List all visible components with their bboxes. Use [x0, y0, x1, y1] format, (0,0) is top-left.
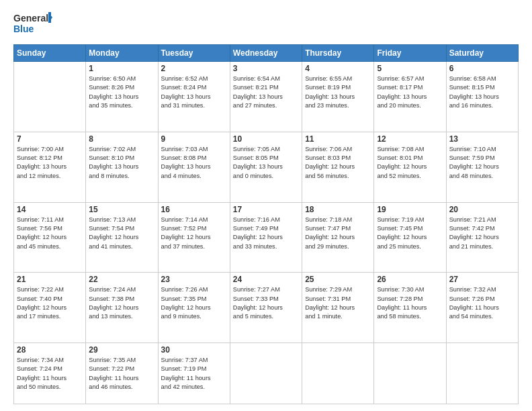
day-number: 2	[161, 64, 227, 73]
day-number: 12	[377, 134, 443, 144]
day-info: Sunrise: 7:03 AM Sunset: 8:08 PM Dayligh…	[161, 145, 227, 181]
calendar-cell: 15Sunrise: 7:13 AM Sunset: 7:54 PM Dayli…	[86, 202, 158, 273]
day-info: Sunrise: 7:27 AM Sunset: 7:33 PM Dayligh…	[233, 285, 299, 321]
day-number: 6	[449, 64, 515, 73]
svg-rect-3	[48, 12, 51, 23]
calendar-cell: 19Sunrise: 7:19 AM Sunset: 7:45 PM Dayli…	[374, 202, 446, 273]
calendar-cell: 29Sunrise: 7:35 AM Sunset: 7:22 PM Dayli…	[86, 343, 158, 404]
day-info: Sunrise: 7:30 AM Sunset: 7:28 PM Dayligh…	[377, 285, 443, 321]
day-info: Sunrise: 7:16 AM Sunset: 7:49 PM Dayligh…	[233, 216, 299, 251]
header: General Blue	[13, 11, 519, 39]
day-info: Sunrise: 6:54 AM Sunset: 8:21 PM Dayligh…	[233, 75, 299, 110]
day-info: Sunrise: 7:14 AM Sunset: 7:52 PM Dayligh…	[161, 216, 227, 251]
calendar-cell: 4Sunrise: 6:55 AM Sunset: 8:19 PM Daylig…	[302, 62, 374, 132]
day-number: 23	[161, 275, 227, 284]
day-info: Sunrise: 7:02 AM Sunset: 8:10 PM Dayligh…	[89, 145, 154, 181]
calendar-cell: 9Sunrise: 7:03 AM Sunset: 8:08 PM Daylig…	[158, 132, 230, 202]
day-number: 9	[161, 134, 227, 144]
calendar-cell: 11Sunrise: 7:06 AM Sunset: 8:03 PM Dayli…	[302, 132, 374, 202]
day-info: Sunrise: 7:18 AM Sunset: 7:47 PM Dayligh…	[305, 216, 371, 251]
day-info: Sunrise: 7:32 AM Sunset: 7:26 PM Dayligh…	[449, 285, 515, 321]
day-info: Sunrise: 7:21 AM Sunset: 7:42 PM Dayligh…	[449, 216, 515, 251]
day-number: 30	[161, 345, 227, 355]
calendar-cell	[14, 62, 86, 132]
logo-svg: General Blue	[13, 11, 54, 39]
day-number: 1	[89, 64, 154, 73]
day-info: Sunrise: 7:00 AM Sunset: 8:12 PM Dayligh…	[17, 145, 83, 181]
day-number: 22	[89, 275, 154, 284]
day-info: Sunrise: 7:34 AM Sunset: 7:24 PM Dayligh…	[17, 356, 83, 392]
day-info: Sunrise: 7:24 AM Sunset: 7:38 PM Dayligh…	[89, 285, 154, 321]
day-info: Sunrise: 7:11 AM Sunset: 7:56 PM Dayligh…	[17, 216, 83, 251]
day-number: 10	[233, 134, 299, 144]
calendar-cell	[230, 343, 302, 404]
calendar-cell: 24Sunrise: 7:27 AM Sunset: 7:33 PM Dayli…	[230, 273, 302, 343]
day-number: 28	[17, 345, 83, 355]
day-number: 18	[305, 205, 371, 214]
logo: General Blue	[13, 11, 54, 39]
day-number: 5	[377, 64, 443, 73]
day-of-week-header: Sunday	[14, 45, 86, 62]
calendar-cell	[446, 343, 518, 404]
calendar-cell: 20Sunrise: 7:21 AM Sunset: 7:42 PM Dayli…	[446, 202, 518, 273]
day-number: 15	[89, 205, 154, 214]
day-number: 27	[449, 275, 515, 284]
calendar-cell: 8Sunrise: 7:02 AM Sunset: 8:10 PM Daylig…	[86, 132, 158, 202]
calendar-cell: 13Sunrise: 7:10 AM Sunset: 7:59 PM Dayli…	[446, 132, 518, 202]
calendar-cell: 16Sunrise: 7:14 AM Sunset: 7:52 PM Dayli…	[158, 202, 230, 273]
day-of-week-header: Monday	[86, 45, 158, 62]
calendar-cell: 17Sunrise: 7:16 AM Sunset: 7:49 PM Dayli…	[230, 202, 302, 273]
day-info: Sunrise: 7:37 AM Sunset: 7:19 PM Dayligh…	[161, 356, 227, 392]
calendar-cell: 26Sunrise: 7:30 AM Sunset: 7:28 PM Dayli…	[374, 273, 446, 343]
calendar-header-row: SundayMondayTuesdayWednesdayThursdayFrid…	[14, 45, 519, 62]
day-of-week-header: Friday	[374, 45, 446, 62]
day-of-week-header: Tuesday	[158, 45, 230, 62]
svg-text:General: General	[13, 13, 48, 24]
day-info: Sunrise: 7:06 AM Sunset: 8:03 PM Dayligh…	[305, 145, 371, 181]
calendar-cell: 21Sunrise: 7:22 AM Sunset: 7:40 PM Dayli…	[14, 273, 86, 343]
day-info: Sunrise: 7:35 AM Sunset: 7:22 PM Dayligh…	[89, 356, 154, 392]
day-of-week-header: Wednesday	[230, 45, 302, 62]
day-number: 25	[305, 275, 371, 284]
calendar-cell: 6Sunrise: 6:58 AM Sunset: 8:15 PM Daylig…	[446, 62, 518, 132]
calendar-cell: 10Sunrise: 7:05 AM Sunset: 8:05 PM Dayli…	[230, 132, 302, 202]
calendar-cell: 12Sunrise: 7:08 AM Sunset: 8:01 PM Dayli…	[374, 132, 446, 202]
day-info: Sunrise: 7:10 AM Sunset: 7:59 PM Dayligh…	[449, 145, 515, 181]
calendar-cell: 2Sunrise: 6:52 AM Sunset: 8:24 PM Daylig…	[158, 62, 230, 132]
day-of-week-header: Saturday	[446, 45, 518, 62]
day-number: 13	[449, 134, 515, 144]
calendar-cell: 27Sunrise: 7:32 AM Sunset: 7:26 PM Dayli…	[446, 273, 518, 343]
day-number: 14	[17, 205, 83, 214]
day-info: Sunrise: 7:08 AM Sunset: 8:01 PM Dayligh…	[377, 145, 443, 181]
day-number: 17	[233, 205, 299, 214]
day-number: 8	[89, 134, 154, 144]
calendar-cell: 14Sunrise: 7:11 AM Sunset: 7:56 PM Dayli…	[14, 202, 86, 273]
day-info: Sunrise: 6:57 AM Sunset: 8:17 PM Dayligh…	[377, 75, 443, 110]
day-number: 11	[305, 134, 371, 144]
day-info: Sunrise: 6:58 AM Sunset: 8:15 PM Dayligh…	[449, 75, 515, 110]
calendar-cell: 22Sunrise: 7:24 AM Sunset: 7:38 PM Dayli…	[86, 273, 158, 343]
day-number: 4	[305, 64, 371, 73]
day-info: Sunrise: 6:52 AM Sunset: 8:24 PM Dayligh…	[161, 75, 227, 110]
calendar-cell	[302, 343, 374, 404]
day-info: Sunrise: 7:19 AM Sunset: 7:45 PM Dayligh…	[377, 216, 443, 251]
svg-text:Blue: Blue	[13, 24, 34, 34]
day-of-week-header: Thursday	[302, 45, 374, 62]
day-number: 29	[89, 345, 154, 355]
day-number: 16	[161, 205, 227, 214]
day-number: 19	[377, 205, 443, 214]
calendar-cell: 30Sunrise: 7:37 AM Sunset: 7:19 PM Dayli…	[158, 343, 230, 404]
day-info: Sunrise: 7:29 AM Sunset: 7:31 PM Dayligh…	[305, 285, 371, 321]
day-number: 20	[449, 205, 515, 214]
calendar-cell: 3Sunrise: 6:54 AM Sunset: 8:21 PM Daylig…	[230, 62, 302, 132]
day-number: 3	[233, 64, 299, 73]
calendar-cell: 7Sunrise: 7:00 AM Sunset: 8:12 PM Daylig…	[14, 132, 86, 202]
day-number: 26	[377, 275, 443, 284]
day-number: 21	[17, 275, 83, 284]
day-number: 24	[233, 275, 299, 284]
calendar-cell: 18Sunrise: 7:18 AM Sunset: 7:47 PM Dayli…	[302, 202, 374, 273]
day-info: Sunrise: 7:22 AM Sunset: 7:40 PM Dayligh…	[17, 285, 83, 321]
day-info: Sunrise: 6:55 AM Sunset: 8:19 PM Dayligh…	[305, 75, 371, 110]
day-info: Sunrise: 7:05 AM Sunset: 8:05 PM Dayligh…	[233, 145, 299, 181]
calendar-cell: 25Sunrise: 7:29 AM Sunset: 7:31 PM Dayli…	[302, 273, 374, 343]
